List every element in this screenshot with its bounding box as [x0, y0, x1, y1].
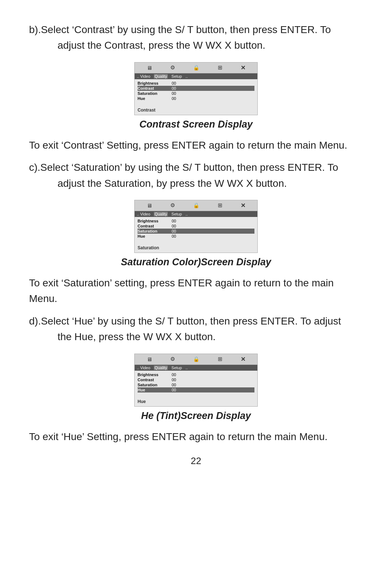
sat-label-hue: Hue: [138, 234, 170, 238]
val-brightness: 00: [172, 81, 176, 85]
hue-label-brightness: Brightness: [138, 372, 170, 377]
hue-menubar-quality: Quality: [154, 366, 168, 370]
d-text-line1: d).Select ‘Hue’ by using the S/ T button…: [29, 315, 341, 327]
hue-val-brightness: 00: [172, 372, 176, 377]
contrast-caption: Contrast Screen Display: [29, 119, 363, 130]
lock-icon-2: 🔒: [193, 202, 199, 208]
settings-icon-2: ⚙: [170, 202, 175, 209]
monitor-icon: 🖥: [147, 65, 152, 71]
contrast-row-hue: Hue 00: [138, 96, 254, 101]
sat-menubar-video: .. Video: [137, 212, 150, 216]
b-text-line2: adjust the Contrast, press the W WX X bu…: [29, 40, 265, 51]
contrast-screen-container: 🖥 ⚙ 🔒 ⊞ ✕ .. Video Quality Setup .. Brig…: [29, 62, 363, 115]
saturation-caption: Saturation Color)Screen Display: [29, 257, 363, 268]
saturation-menubar: .. Video Quality Setup ..: [135, 211, 257, 217]
contrast-screen: 🖥 ⚙ 🔒 ⊞ ✕ .. Video Quality Setup .. Brig…: [134, 62, 258, 115]
label-contrast: Contrast: [138, 86, 170, 90]
saturation-screen-container: 🖥 ⚙ 🔒 ⊞ ✕ .. Video Quality Setup .. Brig…: [29, 200, 363, 253]
menubar-quality: Quality: [154, 74, 168, 78]
settings-icon: ⚙: [170, 64, 175, 71]
sat-val-brightness: 00: [172, 219, 176, 223]
val-saturation: 00: [172, 91, 176, 96]
monitor-icon-3: 🖥: [147, 356, 152, 362]
sat-menubar-dots: ..: [185, 212, 188, 216]
hue-row-brightness: Brightness 00: [138, 372, 254, 377]
grid-icon-3: ⊞: [218, 356, 222, 362]
hue-val-hue: 00: [172, 388, 176, 392]
contrast-bottom-label: Contrast: [135, 104, 257, 115]
sat-label-saturation: Saturation: [138, 229, 170, 233]
saturation-rows: Brightness 00 Contrast 00 Saturation 00 …: [135, 217, 257, 242]
paragraph-b: b).Select ‘Contrast’ by using the S/ T b…: [29, 22, 363, 53]
sat-row-saturation: Saturation 00: [138, 229, 254, 234]
hue-rows: Brightness 00 Contrast 00 Saturation 00 …: [135, 371, 257, 395]
hue-row-hue: Hue 00: [138, 387, 254, 392]
monitor-icon-2: 🖥: [147, 202, 152, 209]
hue-label-hue: Hue: [138, 388, 170, 392]
paragraph-d: d).Select ‘Hue’ by using the S/ T button…: [29, 313, 363, 345]
sat-label-brightness: Brightness: [138, 219, 170, 223]
exit-contrast: To exit ‘Contrast’ Setting, press ENTER …: [29, 137, 363, 153]
hue-menubar-video: .. Video: [137, 366, 150, 370]
label-hue: Hue: [138, 96, 170, 101]
menubar-video: .. Video: [137, 74, 150, 78]
hue-screen: 🖥 ⚙ 🔒 ⊞ ✕ .. Video Quality Setup .. Brig…: [134, 354, 258, 407]
grid-icon-2: ⊞: [218, 202, 222, 209]
hue-caption: He (Tint)Screen Display: [29, 410, 363, 422]
saturation-topbar: 🖥 ⚙ 🔒 ⊞ ✕: [135, 200, 257, 211]
sat-menubar-setup: Setup: [171, 212, 182, 216]
hue-val-contrast: 00: [172, 378, 176, 382]
hue-screen-container: 🖥 ⚙ 🔒 ⊞ ✕ .. Video Quality Setup .. Brig…: [29, 354, 363, 407]
hue-row-contrast: Contrast 00: [138, 377, 254, 382]
hue-label-saturation: Saturation: [138, 383, 170, 387]
page-number: 22: [29, 455, 363, 467]
hue-menubar: .. Video Quality Setup ..: [135, 365, 257, 371]
grid-icon: ⊞: [218, 64, 222, 71]
contrast-row-saturation: Saturation 00: [138, 91, 254, 96]
contrast-rows: Brightness 00 Contrast 00 Saturation 00 …: [135, 79, 257, 104]
exit-saturation: To exit ‘Saturation’ setting, press ENTE…: [29, 275, 363, 307]
paragraph-c: c).Select ‘Saturation’ by using the S/ T…: [29, 160, 363, 191]
contrast-row-contrast: Contrast 00: [138, 86, 254, 91]
val-hue: 00: [172, 96, 176, 101]
contrast-topbar: 🖥 ⚙ 🔒 ⊞ ✕: [135, 63, 257, 73]
sat-row-brightness: Brightness 00: [138, 218, 254, 223]
label-saturation: Saturation: [138, 91, 170, 96]
menubar-setup: Setup: [171, 74, 182, 78]
hue-menubar-setup: Setup: [171, 366, 182, 370]
hue-label-contrast: Contrast: [138, 378, 170, 382]
sat-label-contrast: Contrast: [138, 224, 170, 228]
sat-val-saturation: 00: [172, 229, 176, 233]
hue-bottom-label: Hue: [135, 395, 257, 406]
d-text-line2: the Hue, press the W WX X button.: [29, 331, 216, 342]
menubar-dots: ..: [185, 74, 188, 78]
c-text-line2: adjust the Saturation, by press the W WX…: [29, 178, 287, 189]
hue-val-saturation: 00: [172, 383, 176, 387]
sat-val-contrast: 00: [172, 224, 176, 228]
c-text-line1: c).Select ‘Saturation’ by using the S/ T…: [29, 162, 338, 173]
label-brightness: Brightness: [138, 81, 170, 85]
settings-icon-3: ⚙: [170, 356, 175, 362]
lock-icon: 🔒: [193, 65, 199, 71]
saturation-bottom-label: Saturation: [135, 242, 257, 253]
lock-icon-3: 🔒: [193, 356, 199, 362]
hue-menubar-dots: ..: [185, 366, 188, 370]
val-contrast: 00: [172, 86, 176, 90]
contrast-row-brightness: Brightness 00: [138, 81, 254, 86]
b-text-line1: b).Select ‘Contrast’ by using the S/ T b…: [29, 24, 331, 35]
exit-hue: To exit ‘Hue’ Setting, press ENTER again…: [29, 429, 363, 444]
sat-val-hue: 00: [172, 234, 176, 238]
saturation-screen: 🖥 ⚙ 🔒 ⊞ ✕ .. Video Quality Setup .. Brig…: [134, 200, 258, 253]
contrast-menubar: .. Video Quality Setup ..: [135, 73, 257, 79]
close-icon-3: ✕: [241, 356, 245, 363]
sat-row-contrast: Contrast 00: [138, 223, 254, 229]
hue-row-saturation: Saturation 00: [138, 382, 254, 387]
close-icon: ✕: [241, 64, 245, 71]
sat-menubar-quality: Quality: [154, 212, 168, 216]
close-icon-2: ✕: [241, 202, 245, 209]
sat-row-hue: Hue 00: [138, 234, 254, 239]
hue-topbar: 🖥 ⚙ 🔒 ⊞ ✕: [135, 354, 257, 365]
